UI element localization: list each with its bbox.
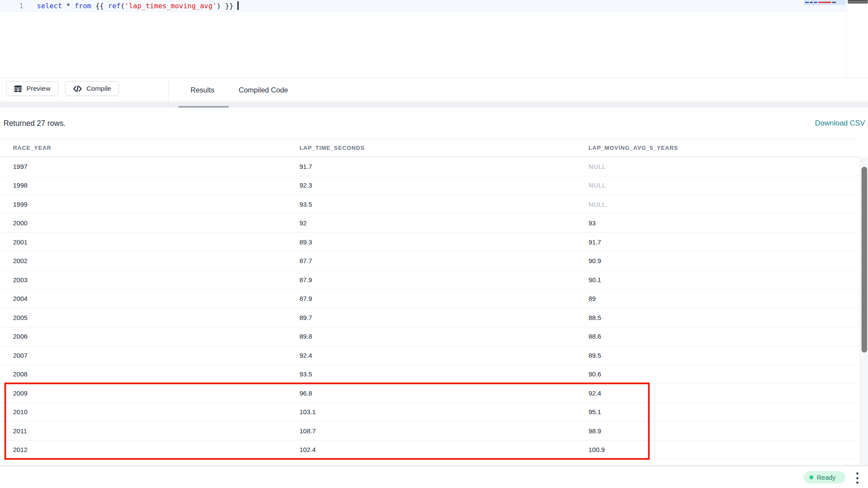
table-row: 200189.391.7 [0,233,860,252]
table-cell-lap-moving-avg-5-years: NULL [575,201,860,208]
table-cell-lap-time-seconds: 96.8 [286,389,575,397]
code-token: * [66,2,70,10]
table-cell-race-year: 2000 [0,219,286,227]
code-token: ) [217,2,221,10]
table-cell-lap-time-seconds: 103.1 [286,408,575,415]
results-info-bar: Returned 27 rows. Download CSV [0,108,868,139]
table-cell-race-year: 2001 [0,238,286,246]
table-cell-lap-moving-avg-5-years: 91.7 [575,238,860,246]
toolbar-divider [168,78,169,108]
table-cell-race-year: 2007 [0,352,286,359]
table-row: 200792.489.5 [0,346,860,365]
table-cell-lap-moving-avg-5-years: 93 [575,219,860,227]
table-row: 199791.7NULL [0,157,860,176]
table-cell-lap-moving-avg-5-years: 89 [575,295,860,302]
table-cell-race-year: 2006 [0,333,286,340]
table-cell-lap-time-seconds: 92 [286,219,575,227]
compile-button[interactable]: Compile [65,81,119,96]
results-table-body: 199791.7NULL199892.3NULL199993.5NULL2000… [0,157,860,459]
table-row: 200387.990.1 [0,270,860,290]
code-editor[interactable]: 1 select * from {{ ref('lap_times_moving… [0,0,868,77]
table-row: 200996.892.4 [0,384,860,403]
table-scrollbar-track[interactable] [860,157,868,465]
kebab-menu-icon[interactable] [855,472,860,484]
table-cell-lap-time-seconds: 102.4 [286,446,575,453]
results-tabs: Results Compiled Code [178,78,300,102]
ready-status-label: Ready [817,474,835,481]
code-token: {{ [91,2,108,10]
table-cell-lap-moving-avg-5-years: 90.6 [575,370,860,378]
table-row: 2010103.195.1 [0,403,860,422]
table-cell-lap-moving-avg-5-years: 100.9 [575,446,860,453]
table-cell-lap-time-seconds: 89.7 [286,314,575,321]
ready-status-dot-icon [809,475,813,479]
table-cell-lap-moving-avg-5-years: NULL [575,181,860,189]
toolbar-bottom-strip [0,102,868,108]
results-toolbar: Preview Compile Results Compiled Code [0,77,868,108]
table-cell-lap-time-seconds: 92.3 [286,181,575,189]
minimap-code-mark [832,2,836,3]
table-cell-race-year: 2008 [0,370,286,378]
code-token: 'lap_times_moving_avg' [125,2,217,10]
row-count-summary: Returned 27 rows. [3,119,66,128]
table-cell-lap-time-seconds: 108.7 [286,427,575,435]
table-row: 199993.5NULL [0,195,860,214]
code-token: }} [221,2,233,10]
action-buttons: Preview Compile [6,81,119,96]
table-cell-lap-time-seconds: 93.5 [286,201,575,208]
table-cell-lap-moving-avg-5-years: 92.4 [575,389,860,397]
status-bar: Ready [0,466,868,488]
table-cell-race-year: 2009 [0,389,286,397]
minimap[interactable] [804,0,845,17]
table-cell-lap-moving-avg-5-years: 88.5 [575,314,860,321]
code-token [70,2,75,10]
column-header-lap-time-seconds: LAP_TIME_SECONDS [286,145,575,151]
table-cell-race-year: 2010 [0,408,286,415]
code-token: ref [108,2,121,10]
preview-button-label: Preview [26,85,50,92]
tab-results[interactable]: Results [178,78,227,102]
table-row: 2012102.4100.9 [0,441,860,460]
scrollbar-corner-handle[interactable] [848,0,868,3]
ready-status-badge: Ready [804,471,845,484]
table-cell-lap-time-seconds: 87.7 [286,257,575,264]
table-row: 200287.790.9 [0,252,860,271]
code-line[interactable]: select * from {{ ref('lap_times_moving_a… [37,1,239,11]
table-row: 200893.590.6 [0,365,860,384]
column-header-race-year: RACE_YEAR [0,145,286,151]
table-cell-race-year: 2011 [0,427,286,435]
table-scrollbar-thumb[interactable] [861,167,867,353]
table-cell-race-year: 1998 [0,181,286,189]
table-cell-lap-moving-avg-5-years: 89.5 [575,352,860,359]
table-row: 200487.989 [0,290,860,309]
table-cell-lap-time-seconds: 91.7 [286,163,575,170]
table-row: 20009293 [0,214,860,233]
table-cell-race-year: 2002 [0,257,286,264]
table-cell-race-year: 2004 [0,295,286,302]
table-row: 199892.3NULL [0,176,860,195]
text-cursor [237,1,239,10]
table-cell-race-year: 1999 [0,201,286,208]
table-row: 200589.788.5 [0,308,860,327]
code-token: from [75,2,92,10]
code-token [62,2,66,10]
table-cell-lap-time-seconds: 89.8 [286,333,575,340]
table-cell-lap-time-seconds: 93.5 [286,370,575,378]
table-cell-lap-time-seconds: 89.3 [286,238,575,246]
table-cell-race-year: 2012 [0,446,286,453]
download-csv-link[interactable]: Download CSV [815,119,865,128]
table-cell-lap-time-seconds: 92.4 [286,352,575,359]
minimap-code-mark [818,2,831,3]
preview-button[interactable]: Preview [6,81,58,96]
minimap-code-mark [805,2,809,3]
table-cell-lap-moving-avg-5-years: NULL [575,163,860,170]
table-cell-lap-moving-avg-5-years: 98.9 [575,427,860,435]
table-cell-race-year: 1997 [0,163,286,170]
code-token: select [37,2,62,10]
table-cell-lap-moving-avg-5-years: 88.6 [575,333,860,340]
tab-compiled-code[interactable]: Compiled Code [227,78,300,102]
minimap-code-mark [810,2,813,3]
code-token: ( [121,2,125,10]
minimap-code-mark [814,2,817,3]
line-number: 1 [16,1,27,11]
